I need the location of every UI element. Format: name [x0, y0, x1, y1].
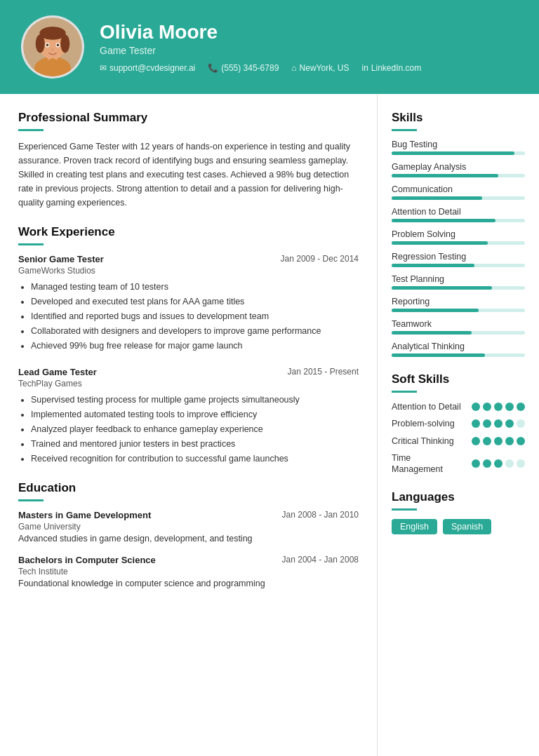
edu-desc-2: Foundational knowledge in computer scien… [18, 579, 359, 588]
soft-skills-list: Attention to Detail Problem-solving Crit… [392, 401, 525, 475]
dot [517, 403, 525, 411]
language-tags: English Spanish [392, 519, 525, 534]
skills-divider [392, 129, 417, 131]
languages-divider [392, 508, 417, 511]
skill-item: Gameplay Analysis [392, 162, 525, 177]
email-contact: ✉ support@cvdesigner.ai [100, 63, 195, 73]
languages-section: Languages English Spanish [392, 490, 525, 534]
dot [483, 419, 491, 428]
job-dates-1: Jan 2009 - Dec 2014 [281, 254, 359, 264]
skill-bar-fill [392, 331, 472, 335]
soft-skill-name: Critical Thinking [392, 436, 454, 447]
dot [472, 437, 480, 445]
bullet: Developed and executed test plans for AA… [31, 295, 359, 309]
bullet: Collaborated with designers and develope… [31, 324, 359, 338]
skill-item: Bug Testing [392, 140, 525, 155]
svg-point-10 [57, 43, 59, 46]
job-bullets-2: Supervised testing process for multiple … [18, 393, 359, 466]
skill-item: Teamwork [392, 319, 525, 335]
edu-desc-1: Advanced studies in game design, develop… [18, 534, 359, 544]
edu-school-1: Game University [18, 522, 359, 532]
job-header-1: Senior Game Tester Jan 2009 - Dec 2014 [18, 254, 359, 264]
skill-item: Test Planning [392, 274, 525, 290]
job-entry-1: Senior Game Tester Jan 2009 - Dec 2014 G… [18, 254, 359, 353]
skill-name: Gameplay Analysis [392, 162, 525, 172]
work-section: Work Experience Senior Game Tester Jan 2… [18, 225, 359, 466]
bullet: Received recognition for contribution to… [31, 452, 359, 466]
skill-item: Regression Testing [392, 252, 525, 267]
skill-bar-fill [392, 219, 495, 222]
work-title: Work Experience [18, 225, 359, 239]
skill-bar-bg [392, 219, 525, 222]
dot [472, 419, 480, 428]
skill-dots [472, 419, 525, 428]
svg-point-5 [36, 34, 45, 53]
summary-section: Professional Summary Experienced Game Te… [18, 111, 359, 210]
edu-entry-1: Masters in Game Development Jan 2008 - J… [18, 510, 359, 544]
dot [472, 459, 480, 468]
edu-dates-2: Jan 2004 - Jan 2008 [282, 555, 359, 565]
dot [505, 437, 514, 445]
linkedin-icon: in [361, 63, 368, 73]
right-column: Skills Bug Testing Gameplay Analysis Com… [378, 94, 539, 756]
email-icon: ✉ [100, 63, 107, 73]
dot [505, 403, 514, 411]
svg-point-6 [60, 34, 69, 53]
dot [472, 403, 480, 411]
edu-entry-2: Bachelors in Computer Science Jan 2004 -… [18, 555, 359, 588]
skill-name: Test Planning [392, 274, 525, 284]
location-contact: ⌂ NewYork, US [291, 63, 349, 73]
bullet: Analyzed player feedback to enhance game… [31, 422, 359, 436]
edu-header-1: Masters in Game Development Jan 2008 - J… [18, 510, 359, 520]
dot [517, 459, 525, 468]
dot [505, 459, 514, 468]
skill-bar-bg [392, 241, 525, 245]
resume-body: Professional Summary Experienced Game Te… [0, 94, 539, 756]
skill-bar-bg [392, 331, 525, 335]
skill-bar-fill [392, 241, 488, 245]
skill-bar-fill [392, 196, 482, 200]
soft-skill-item: Critical Thinking [392, 436, 525, 447]
skill-bar-fill [392, 353, 485, 357]
job-title-1: Senior Game Tester [18, 254, 104, 264]
education-title: Education [18, 481, 359, 495]
dot [505, 419, 514, 428]
education-divider [18, 499, 44, 501]
header-info: Olivia Moore Game Tester ✉ support@cvdes… [100, 21, 518, 73]
job-company-2: TechPlay Games [18, 379, 359, 389]
bullet: Implemented automated testing tools to i… [31, 407, 359, 421]
job-entry-2: Lead Game Tester Jan 2015 - Present Tech… [18, 367, 359, 466]
skill-name: Attention to Detail [392, 207, 525, 217]
phone-icon: 📞 [208, 63, 218, 73]
dot [483, 437, 491, 445]
edu-school-2: Tech Institute [18, 567, 359, 576]
skill-bar-bg [392, 174, 525, 177]
soft-skill-item: Attention to Detail [392, 401, 525, 412]
bullet: Achieved 99% bug free release for major … [31, 339, 359, 353]
skill-bar-bg [392, 286, 525, 290]
dot [494, 437, 503, 445]
left-column: Professional Summary Experienced Game Te… [0, 94, 378, 756]
skill-item: Reporting [392, 297, 525, 312]
education-section: Education Masters in Game Development Ja… [18, 481, 359, 588]
skills-title: Skills [392, 111, 525, 125]
skill-bar-fill [392, 309, 479, 312]
dot [483, 459, 491, 468]
skill-item: Problem Solving [392, 229, 525, 245]
dot [483, 403, 491, 411]
skill-name: Problem Solving [392, 229, 525, 239]
summary-text: Experienced Game Tester with 12 years of… [18, 140, 359, 210]
avatar [21, 15, 84, 79]
location-icon: ⌂ [291, 63, 296, 73]
job-header-2: Lead Game Tester Jan 2015 - Present [18, 367, 359, 377]
work-divider [18, 243, 44, 245]
skill-bar-fill [392, 286, 492, 290]
skill-name: Analytical Thinking [392, 342, 525, 351]
summary-divider [18, 129, 44, 131]
dot [517, 437, 525, 445]
skill-name: Regression Testing [392, 252, 525, 262]
skill-item: Attention to Detail [392, 207, 525, 222]
summary-title: Professional Summary [18, 111, 359, 125]
skill-dots [472, 403, 525, 411]
phone-contact: 📞 (555) 345-6789 [208, 63, 279, 73]
